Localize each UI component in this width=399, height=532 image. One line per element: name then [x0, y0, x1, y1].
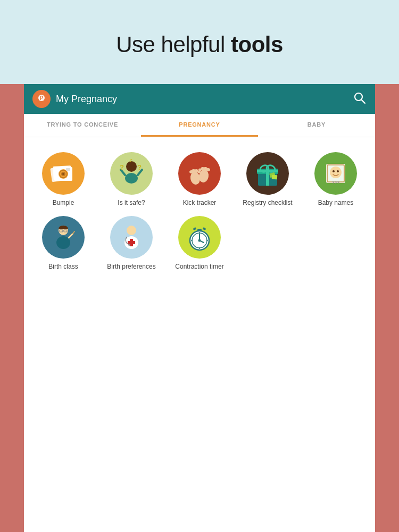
svg-point-62 — [198, 239, 201, 242]
question-person-icon: ? ? ? — [118, 159, 145, 188]
svg-point-28 — [206, 168, 210, 171]
registry-icon-circle — [246, 152, 289, 195]
app-frame: P My Pregnancy TRYING TO CONCEIVE — [24, 84, 375, 532]
app-name: My Pregnancy — [56, 94, 117, 105]
birth-preferences-icon-circle — [110, 216, 153, 259]
svg-rect-36 — [272, 175, 278, 180]
svg-point-39 — [330, 167, 342, 178]
tab-baby[interactable]: BABY — [258, 114, 375, 137]
search-button[interactable] — [353, 91, 367, 107]
feet-icon — [186, 160, 213, 187]
logo-icon: P — [36, 93, 47, 105]
svg-line-48 — [69, 234, 73, 238]
bumpie-icon-circle — [42, 152, 85, 195]
svg-rect-11 — [66, 168, 70, 171]
tool-bumpie[interactable]: Bumpie — [29, 148, 97, 212]
app-header: P My Pregnancy — [24, 84, 375, 114]
svg-point-50 — [127, 226, 136, 235]
app-logo: P — [32, 90, 51, 108]
tool-baby-names[interactable]: ??? Baby names — [302, 148, 370, 212]
svg-rect-59 — [202, 227, 206, 230]
tool-contraction-timer[interactable]: Contraction timer — [165, 212, 234, 276]
left-panel — [0, 84, 24, 532]
tool-kick-tracker[interactable]: Kick tracker — [165, 148, 234, 212]
header-left: P My Pregnancy — [32, 90, 117, 108]
svg-line-3 — [362, 100, 365, 104]
tab-trying-to-conceive[interactable]: TRYING TO CONCEIVE — [24, 114, 141, 137]
svg-text:???: ??? — [332, 180, 340, 185]
svg-text:P: P — [40, 95, 44, 101]
right-panel — [375, 84, 399, 532]
svg-rect-53 — [128, 241, 135, 244]
hero-section: Use helpful tools — [0, 0, 399, 84]
baby-names-icon-circle: ??? — [314, 152, 357, 195]
nav-tabs: TRYING TO CONCEIVE PREGNANCY BABY — [24, 114, 375, 137]
stopwatch-icon — [186, 222, 213, 252]
tools-grid: Bumpie — [24, 137, 375, 280]
teacher-icon — [49, 223, 77, 252]
svg-rect-57 — [197, 229, 202, 231]
svg-point-10 — [62, 173, 64, 175]
svg-point-13 — [125, 173, 138, 184]
bumpie-label: Bumpie — [53, 199, 74, 206]
tools-row-1: Bumpie — [29, 148, 370, 212]
gift-icon — [254, 159, 281, 188]
kick-tracker-icon-circle — [178, 152, 221, 195]
birth-class-icon-circle — [42, 216, 85, 259]
page-title: Use helpful tools — [0, 32, 399, 57]
tool-is-it-safe[interactable]: ? ? ? Is it safe? — [97, 148, 165, 212]
birth-class-label: Birth class — [48, 263, 78, 270]
kick-tracker-label: Kick tracker — [183, 199, 217, 206]
is-it-safe-label: Is it safe? — [118, 199, 145, 206]
tools-row-2: Birth class — [29, 212, 370, 276]
svg-text:?: ? — [137, 163, 142, 171]
baby-face-icon: ??? — [322, 160, 350, 187]
doctor-icon — [118, 223, 145, 252]
camera-icon — [49, 162, 78, 185]
tool-birth-class[interactable]: Birth class — [29, 212, 97, 276]
baby-names-label: Baby names — [318, 199, 354, 206]
tool-registry-checklist[interactable]: Registry checklist — [234, 148, 302, 212]
registry-checklist-label: Registry checklist — [243, 199, 292, 207]
svg-point-40 — [332, 170, 335, 172]
svg-point-54 — [128, 244, 130, 246]
is-it-safe-icon-circle: ? ? ? — [110, 152, 153, 195]
contraction-timer-icon-circle — [178, 216, 221, 259]
svg-text:?: ? — [129, 159, 133, 163]
svg-line-49 — [73, 231, 74, 234]
search-icon — [353, 91, 367, 105]
contraction-timer-label: Contraction timer — [175, 263, 223, 271]
tool-birth-preferences[interactable]: Birth preferences — [97, 212, 165, 276]
birth-preferences-label: Birth preferences — [107, 263, 155, 271]
svg-text:?: ? — [120, 163, 124, 171]
bottom-spacer — [24, 280, 375, 532]
svg-point-41 — [337, 170, 339, 172]
tab-pregnancy[interactable]: PREGNANCY — [141, 114, 258, 137]
svg-rect-58 — [193, 227, 196, 230]
